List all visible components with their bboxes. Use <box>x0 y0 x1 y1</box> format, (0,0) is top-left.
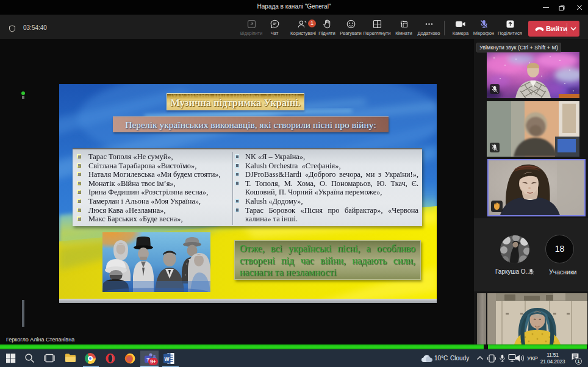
svg-text:W: W <box>164 356 170 362</box>
